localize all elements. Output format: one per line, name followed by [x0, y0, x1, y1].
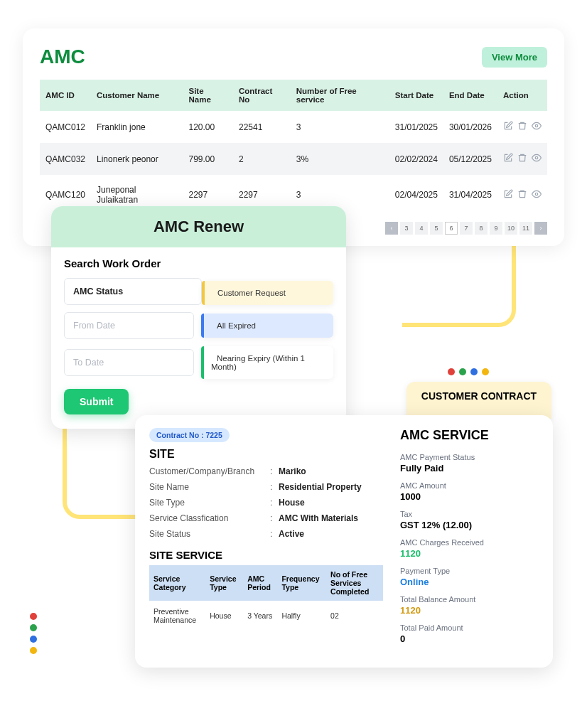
table-row: Preventive MaintenanceHouse3 YearsHalfly…: [149, 601, 383, 631]
page-6[interactable]: 6: [445, 222, 458, 235]
column-header: End Date: [443, 80, 497, 111]
page-3[interactable]: 3: [400, 222, 413, 235]
site-heading: SITE: [149, 448, 383, 461]
column-header: AMC ID: [40, 80, 91, 111]
renew-subtitle: Search Work Order: [64, 257, 333, 269]
column-header: Customer Name: [91, 80, 183, 111]
page-prev[interactable]: ‹: [385, 222, 398, 235]
svg-point-0: [535, 124, 538, 127]
connector-left: [63, 419, 141, 519]
chip-customer-request[interactable]: Customer Request: [202, 281, 333, 305]
page-7[interactable]: 7: [460, 222, 473, 235]
view-icon[interactable]: [532, 189, 542, 201]
column-header: Contract No: [233, 80, 291, 111]
delete-icon[interactable]: [517, 121, 527, 133]
edit-icon[interactable]: [503, 153, 513, 165]
page-title: AMC: [40, 46, 85, 68]
page-11[interactable]: 11: [519, 222, 532, 235]
from-date-input[interactable]: [64, 312, 194, 339]
amc-header: AMC View More: [40, 46, 547, 68]
svg-point-2: [535, 193, 538, 196]
table-row: QAMC012Franklin jone120.0022541331/01/20…: [40, 111, 547, 143]
page-8[interactable]: 8: [475, 222, 488, 235]
page-9[interactable]: 9: [490, 222, 502, 235]
renew-title: AMC Renew: [51, 206, 346, 247]
contract-detail-card: Contract No : 7225 SITE Customer/Company…: [135, 415, 553, 668]
page-10[interactable]: 10: [505, 222, 517, 235]
page-next[interactable]: ›: [534, 222, 547, 235]
decorative-dots-top: [448, 368, 489, 375]
site-service-heading: SITE SERVICE: [149, 549, 383, 561]
to-date-input[interactable]: [64, 349, 194, 376]
delete-icon[interactable]: [517, 189, 527, 201]
view-icon[interactable]: [532, 121, 542, 133]
edit-icon[interactable]: [503, 121, 513, 133]
column-header: Action: [497, 80, 547, 111]
page-4[interactable]: 4: [415, 222, 428, 235]
column-header: Start Date: [389, 80, 443, 111]
submit-button[interactable]: Submit: [64, 389, 129, 414]
amc-renew-card: AMC Renew Search Work Order Customer Req…: [51, 206, 346, 429]
customer-contract-tab[interactable]: CUSTOMER CONTRACT: [406, 382, 551, 419]
decorative-dots-left: [30, 613, 37, 654]
site-service-table: Service CategoryService TypeAMC PeriodFr…: [149, 565, 383, 631]
svg-point-1: [535, 156, 538, 159]
view-icon[interactable]: [532, 153, 542, 165]
edit-icon[interactable]: [503, 189, 513, 201]
amc-table: AMC IDCustomer NameSite NameContract NoN…: [40, 80, 547, 215]
contract-no-badge: Contract No : 7225: [149, 428, 230, 442]
delete-icon[interactable]: [517, 153, 527, 165]
amc-service-heading: AMC SERVICE: [400, 428, 539, 443]
column-header: Number of Free service: [291, 80, 389, 111]
chip-nearing-expiry[interactable]: Nearing Expiry (Within 1 Month): [201, 346, 333, 379]
view-more-button[interactable]: View More: [482, 47, 547, 68]
amc-status-input[interactable]: [64, 278, 202, 305]
chip-all-expired[interactable]: All Expired: [201, 314, 333, 338]
column-header: Site Name: [183, 80, 233, 111]
table-row: QAMC032Linonerk peonor799.0023%02/02/202…: [40, 143, 547, 175]
page-5[interactable]: 5: [430, 222, 443, 235]
